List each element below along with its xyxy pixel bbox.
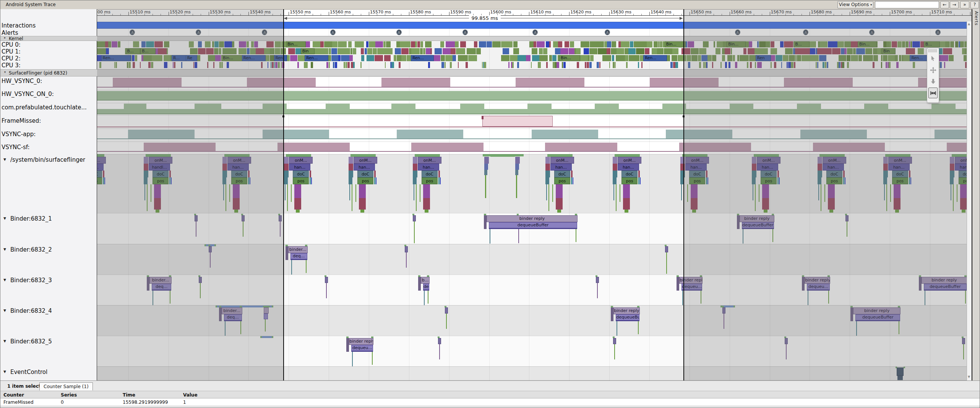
cpu-slice[interactable] xyxy=(450,62,452,68)
triangle-down-icon[interactable]: ▼ xyxy=(3,247,6,251)
cpu-slice[interactable] xyxy=(346,62,347,68)
cpu-slice[interactable] xyxy=(353,48,356,54)
sf-slice[interactable] xyxy=(515,157,520,164)
cpu-slice[interactable] xyxy=(629,55,638,61)
cpu-slice[interactable] xyxy=(443,48,451,54)
cpu-slice[interactable] xyxy=(366,41,368,47)
counter-segment[interactable] xyxy=(326,104,350,109)
cpu-slice[interactable] xyxy=(545,55,548,61)
binder-leading-slice[interactable] xyxy=(611,307,613,321)
cpu-slice[interactable] xyxy=(333,62,334,68)
binder-tick-slice[interactable] xyxy=(413,215,416,221)
cpu-slice[interactable] xyxy=(423,48,426,54)
sf-slice[interactable]: han... xyxy=(418,164,439,171)
cpu-slice[interactable] xyxy=(574,48,576,54)
cpu-slice[interactable] xyxy=(298,55,305,61)
sf-slice[interactable]: pos xyxy=(293,177,309,184)
cpu-slice[interactable] xyxy=(504,55,509,61)
sf-slice[interactable] xyxy=(440,177,441,184)
cpu-slice[interactable] xyxy=(408,41,410,47)
cpu-slice[interactable] xyxy=(611,48,617,54)
alert-icon[interactable]: ⚠ xyxy=(330,29,336,35)
sf-slice[interactable] xyxy=(284,171,289,177)
binder-leading-slice[interactable] xyxy=(346,338,349,352)
cpu-slice[interactable] xyxy=(670,62,673,68)
sf-slice[interactable] xyxy=(374,171,376,177)
cpu-slice[interactable] xyxy=(361,55,364,61)
cpu-slice[interactable] xyxy=(402,41,407,47)
counter-segment[interactable] xyxy=(482,116,553,127)
sf-slice[interactable] xyxy=(623,184,630,198)
cpu-slice[interactable] xyxy=(385,62,386,68)
cpu-slice[interactable] xyxy=(526,55,531,61)
cpu-slice[interactable] xyxy=(557,62,559,68)
cpu-slice[interactable] xyxy=(589,62,592,68)
cpu-slice[interactable] xyxy=(664,48,672,54)
sf-cap[interactable] xyxy=(350,154,376,157)
sidebar-item-HW_VSYNC_0[interactable]: HW_VSYNC_0: xyxy=(2,78,42,85)
cpu-slice[interactable] xyxy=(636,48,644,54)
counter-segment[interactable] xyxy=(516,78,584,87)
sf-slice[interactable]: pos xyxy=(422,177,438,184)
sf-cap[interactable] xyxy=(547,154,573,157)
cpu-slice[interactable] xyxy=(626,62,628,68)
cpu-slice[interactable] xyxy=(338,55,341,61)
cpu-slice[interactable] xyxy=(392,62,394,68)
cpu-slice[interactable] xyxy=(672,48,678,54)
cpu-slice[interactable] xyxy=(587,62,589,68)
tab-counter-sample[interactable]: Counter Sample (1) xyxy=(39,382,93,390)
cpu-slice[interactable] xyxy=(430,48,432,54)
sf-slice[interactable] xyxy=(484,170,487,175)
sf-slice[interactable]: doC xyxy=(621,171,638,177)
cpu-slice[interactable] xyxy=(487,41,492,47)
sidebar-item-binder-2[interactable]: Binder:6832_2 xyxy=(10,246,52,253)
binder-dequeue-slice[interactable]: dequeueBuffer xyxy=(616,314,639,321)
cpu-slice[interactable] xyxy=(570,41,574,47)
sf-slice[interactable] xyxy=(484,157,489,164)
cpu-slice[interactable] xyxy=(549,41,551,47)
cpu-slice[interactable] xyxy=(397,55,401,61)
cpu-slice[interactable] xyxy=(360,62,362,68)
sidebar-item-interactions[interactable]: Interactions xyxy=(2,22,36,29)
binder-reply-slice[interactable]: b... xyxy=(421,277,430,284)
counter-segment[interactable] xyxy=(527,104,552,109)
sf-slice[interactable] xyxy=(484,164,488,170)
scroll-down-icon[interactable]: ▼ xyxy=(968,375,970,379)
binder-tick-slice[interactable] xyxy=(405,246,408,252)
cpu-slice[interactable] xyxy=(293,55,297,61)
binder-tick-slice[interactable] xyxy=(445,307,448,314)
cpu-slice[interactable] xyxy=(329,62,330,68)
sidebar-item-FrameMissed[interactable]: FrameMissed: xyxy=(2,117,41,124)
cpu-slice[interactable] xyxy=(338,41,347,47)
cpu-slice[interactable] xyxy=(584,48,589,54)
sf-slice[interactable]: onM... xyxy=(550,157,574,164)
column-header-time[interactable]: Time xyxy=(123,392,135,398)
cpu-slice[interactable] xyxy=(329,48,331,54)
cpu-slice[interactable] xyxy=(617,48,624,54)
column-header-counter[interactable]: Counter xyxy=(3,392,24,398)
sidebar-item-surfaceflinger-proc[interactable]: /system/bin/surfaceflinger xyxy=(10,156,85,163)
surfaceflinger-header-label[interactable]: SurfaceFlinger (pid 6832) xyxy=(9,70,67,76)
palette-grip-handle[interactable] xyxy=(928,49,938,52)
cpu-slice[interactable] xyxy=(320,41,324,47)
sf-slice[interactable] xyxy=(413,157,417,164)
sf-slice[interactable] xyxy=(613,157,617,164)
cpu-slice[interactable] xyxy=(373,48,377,54)
cpu-slice[interactable] xyxy=(492,41,501,47)
counter-segment[interactable] xyxy=(397,130,463,138)
sf-slice[interactable] xyxy=(311,177,312,184)
sf-slice[interactable] xyxy=(310,171,311,177)
sf-slice[interactable] xyxy=(349,171,353,177)
counter-segment[interactable] xyxy=(662,104,686,109)
cpu-slice[interactable] xyxy=(549,55,552,61)
cpu-slice[interactable] xyxy=(543,48,547,54)
binder-dequeue-slice[interactable]: deq... xyxy=(290,253,307,260)
cpu-slice[interactable] xyxy=(361,48,364,54)
cpu-slice[interactable] xyxy=(657,48,664,54)
sf-slice[interactable] xyxy=(294,184,301,198)
cpu-slice[interactable] xyxy=(331,55,338,61)
cpu-slice[interactable] xyxy=(539,48,543,54)
sidebar-item-binder-3[interactable]: Binder:6832_3 xyxy=(10,277,52,284)
sf-slice[interactable] xyxy=(349,157,353,164)
column-header-value[interactable]: Value xyxy=(183,392,198,398)
